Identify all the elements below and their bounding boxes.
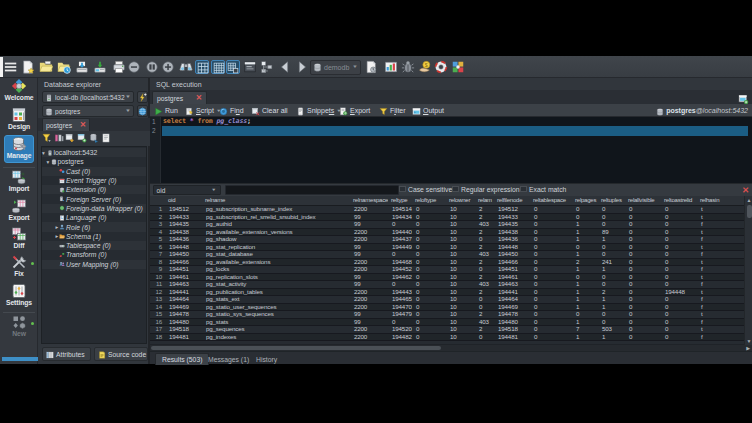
view-grid-large-button[interactable]	[195, 60, 209, 74]
tree-item-language-0[interactable]: LLanguage (0)	[42, 213, 146, 222]
find-button[interactable]: Find	[219, 104, 244, 117]
column-header-oid[interactable]: oid	[165, 196, 202, 206]
column-header-relhasin[interactable]: relhasin	[697, 196, 744, 206]
sidebar-item-fix[interactable]: Fix	[0, 254, 38, 277]
tree-item-cast-0[interactable]: Cast (0)	[42, 167, 146, 176]
tree-view-button[interactable]	[260, 60, 274, 74]
export-drive-button[interactable]	[93, 60, 107, 74]
scroll-down-icon[interactable]: ▼	[745, 338, 752, 344]
printer-button[interactable]	[112, 60, 126, 74]
grid-row-17[interactable]: 17194518pg_sequences22001945200102194518…	[150, 326, 744, 334]
tree-item-foreign-server-0[interactable]: Foreign Server (0)	[42, 195, 146, 204]
collapse-arrow-icon[interactable]: ▾	[47, 159, 50, 165]
column-header-relname[interactable]: relname	[202, 196, 350, 206]
nav-back-button[interactable]	[278, 60, 292, 74]
view-grid-detail-button[interactable]	[226, 60, 240, 74]
explorer-bottom-tab-source-code[interactable]: Source code	[94, 347, 148, 361]
grid-row-4[interactable]: 4194438pg_available_extension_versions22…	[150, 228, 744, 236]
tree-item-schema-1[interactable]: ▸Schema (1)	[42, 232, 146, 241]
picture-chart-button[interactable]	[384, 60, 398, 74]
grid-row-9[interactable]: 9194451pg_locks2200194452010019445101100…	[150, 266, 744, 274]
new-tab-button[interactable]	[738, 91, 749, 102]
help-lifebuoy-button[interactable]	[434, 60, 448, 74]
vertical-scroll-thumb[interactable]	[747, 205, 752, 218]
sidebar-item-diff[interactable]: Diff	[0, 226, 38, 249]
tree-item-transform-0[interactable]: Transform (0)	[42, 250, 146, 259]
view-grid-medium-button[interactable]	[211, 60, 225, 74]
donate-coin-button[interactable]: $	[418, 60, 432, 74]
database-selector-combo[interactable]: demodb ▼	[310, 60, 361, 75]
grid-row-12[interactable]: 12194441pg_publication_tables22001944430…	[150, 288, 744, 296]
grid-row-3[interactable]: 3194435pg_authid99001040319443501000f	[150, 221, 744, 229]
script-button[interactable]: Script▼	[185, 104, 221, 117]
grid-row-6[interactable]: 6194448pg_stat_replication99194449010219…	[150, 243, 744, 251]
filter-funnel-button[interactable]	[42, 133, 52, 143]
grid-row-1[interactable]: 1194512pg_subscription_subname_index2200…	[150, 206, 744, 214]
column-header-reltoastrelid[interactable]: reltoastrelid	[661, 196, 697, 206]
result-tab-history[interactable]: History	[250, 353, 283, 365]
tree-item-tablespace-0[interactable]: Tablespace (0)	[42, 241, 146, 250]
checkbox-exact-match[interactable]: Exact match	[520, 186, 566, 193]
grid-row-10[interactable]: 10194461pg_replication_slots991944620102…	[150, 273, 744, 281]
grid-vertical-scrollbar[interactable]: ▲ ▼	[744, 196, 752, 345]
export-button[interactable]: Export	[339, 104, 370, 117]
db-link-button[interactable]	[89, 133, 99, 143]
column-header-relpages[interactable]: relpages	[572, 196, 598, 206]
snippets-button[interactable]: Snippets▼	[296, 104, 342, 117]
import-drive-button[interactable]	[75, 60, 89, 74]
column-header-rownum[interactable]	[150, 196, 165, 206]
sql-editor[interactable]: 1select * from pg_class;2	[150, 117, 752, 183]
close-filter-icon[interactable]: ✕	[742, 185, 749, 195]
close-icon[interactable]: ✕	[196, 95, 202, 101]
collapse-arrow-icon[interactable]: ▾	[42, 150, 45, 156]
window-editor-button[interactable]	[243, 60, 257, 74]
checkbox-box[interactable]	[520, 186, 527, 193]
tree-item-extension-0[interactable]: Extension (0)	[42, 185, 146, 194]
tree-item-role-6[interactable]: ▸Role (6)	[42, 222, 146, 231]
tree-item-localhost-5432[interactable]: ▾localhost:5432	[42, 148, 146, 157]
sort-columns-button[interactable]	[54, 133, 64, 143]
checkbox-box[interactable]	[399, 186, 406, 193]
plugin-puzzle-button[interactable]	[451, 60, 465, 74]
browse-online-button[interactable]	[137, 105, 148, 117]
expand-arrow-icon[interactable]: ▸	[56, 224, 59, 230]
tree-item-foreign-data-wrapper-0[interactable]: Foreign-data Wrapper (0)	[42, 204, 146, 213]
menu-button[interactable]	[4, 60, 18, 74]
column-header-relfilenode[interactable]: relfilenode	[494, 196, 530, 206]
grid-row-2[interactable]: 2194433pg_subscription_rel_srrelid_srsub…	[150, 213, 744, 221]
column-header-relam[interactable]: relam	[475, 196, 494, 206]
sidebar-item-new[interactable]: New	[0, 314, 38, 337]
column-header-reltype[interactable]: reltype	[388, 196, 412, 206]
sidebar-item-settings[interactable]: Settings	[0, 283, 38, 306]
checkbox-regular-expression[interactable]: Regular expression	[452, 186, 520, 193]
filter-column-select[interactable]: oid ▼	[153, 185, 221, 195]
checkbox-case-sensitive[interactable]: Case sensitive	[399, 186, 452, 193]
expand-arrow-icon[interactable]: ▸	[56, 233, 59, 239]
database-combo[interactable]: postgres ▼	[42, 105, 134, 117]
zoom-actual-button[interactable]	[145, 60, 159, 74]
find-binoculars-button[interactable]	[179, 60, 193, 74]
close-icon[interactable]: ✕	[80, 122, 86, 128]
result-tab-messages-1[interactable]: Messages (1)	[202, 353, 255, 365]
explorer-tab-postgres[interactable]: postgres ✕	[42, 118, 90, 131]
sidebar-item-export[interactable]: Export	[0, 198, 38, 221]
zoom-in-button[interactable]	[161, 60, 175, 74]
column-header-reltablespace[interactable]: reltablespace	[530, 196, 572, 206]
filter-button[interactable]: Filter	[379, 104, 406, 117]
column-header-relnamespace[interactable]: relnamespace	[350, 196, 388, 206]
recent-folder-button[interactable]	[57, 60, 71, 74]
output-button[interactable]: Output	[412, 104, 444, 117]
column-header-reloftype[interactable]: reloftype	[412, 196, 446, 206]
grid-row-18[interactable]: 18194481pg_indexes2200194482010019448101…	[150, 333, 744, 341]
report-button[interactable]	[101, 133, 111, 143]
grid-row-13[interactable]: 13194464pg_stats_ext22001944650100194464…	[150, 296, 744, 304]
new-file-button[interactable]	[21, 60, 35, 74]
tree-item-user-mapping-0[interactable]: User Mapping (0)	[42, 260, 146, 269]
clear-all-button[interactable]: Clear all	[251, 104, 288, 117]
grid-row-16[interactable]: 16194480pg_stats99001040319448001000f	[150, 318, 744, 326]
grid-row-14[interactable]: 14194469pg_statio_user_sequences22001944…	[150, 303, 744, 311]
horizontal-scroll-thumb[interactable]	[151, 346, 441, 351]
checkbox-box[interactable]	[452, 186, 459, 193]
report-file-button[interactable]	[364, 60, 378, 74]
open-folder-button[interactable]	[39, 60, 53, 74]
